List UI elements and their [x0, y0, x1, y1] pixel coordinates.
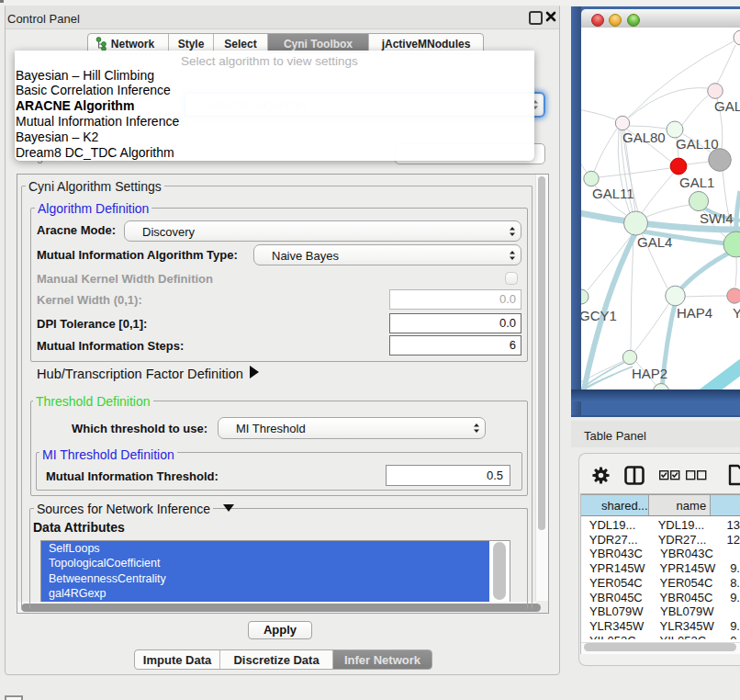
svg-text:HAP4: HAP4: [677, 305, 712, 321]
svg-text:SWI4: SWI4: [700, 210, 734, 226]
svg-text:GAL80: GAL80: [622, 130, 666, 145]
svg-text:GAL1: GAL1: [679, 175, 714, 190]
svg-text:GCY1: GCY1: [581, 308, 617, 323]
svg-text:HAP2: HAP2: [632, 366, 667, 381]
svg-text:GAL3: GAL3: [714, 98, 740, 114]
svg-text:Y: Y: [733, 305, 740, 321]
svg-text:GAL10: GAL10: [676, 136, 719, 152]
svg-text:GAL11: GAL11: [592, 186, 634, 201]
svg-text:GAL4: GAL4: [637, 234, 672, 250]
